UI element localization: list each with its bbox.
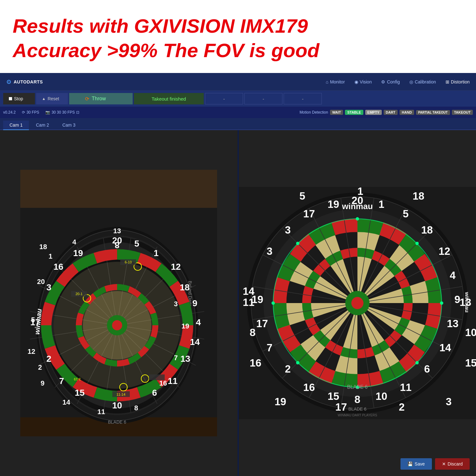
svg-text:5: 5 [299, 190, 305, 202]
eye-icon: ◉ [354, 79, 358, 84]
annotation-line2: Accuracy >99% The FOV is good [13, 38, 463, 63]
throw-button[interactable]: ⟳ Throw [69, 93, 133, 104]
svg-text:3: 3 [46, 282, 51, 292]
dash2-button[interactable]: - [244, 93, 282, 104]
takeout-label: Takeout finished [152, 96, 186, 102]
discard-button[interactable]: ✕ Discard [435, 458, 470, 470]
tab-cam3[interactable]: Cam 3 [56, 121, 82, 130]
svg-text:15: 15 [75, 388, 85, 398]
brand-text: AUTODARTS [14, 79, 43, 84]
nav-config-label: Config [387, 79, 400, 84]
nav-calibration[interactable]: ◎ Calibration [409, 79, 436, 84]
svg-text:9: 9 [192, 298, 197, 308]
svg-text:17: 17 [335, 401, 347, 413]
svg-text:15: 15 [465, 357, 476, 369]
svg-text:2: 2 [399, 401, 404, 413]
svg-text:8: 8 [249, 327, 255, 338]
svg-text:12: 12 [439, 245, 450, 257]
dash3-button[interactable]: - [284, 93, 322, 104]
dash1-label: - [223, 96, 225, 102]
reset-button[interactable]: ▲ Reset [36, 93, 68, 104]
svg-text:5: 5 [31, 316, 35, 324]
cam-tabs: Cam 1 Cam 2 Cam 3 [0, 118, 476, 130]
svg-text:17: 17 [256, 318, 268, 329]
svg-text:3: 3 [285, 224, 290, 236]
tab-cam1[interactable]: Cam 1 [3, 121, 29, 130]
save-button[interactable]: 💾 Save [400, 458, 432, 470]
svg-text:2: 2 [285, 363, 290, 375]
discard-label: Discard [448, 461, 463, 466]
cam-view-right: winmau [239, 130, 476, 476]
svg-text:1: 1 [357, 185, 363, 197]
version-item: v0.24.2 [3, 110, 16, 115]
svg-point-150 [296, 242, 299, 245]
svg-text:BLADE 6: BLADE 6 [347, 384, 368, 390]
svg-text:10: 10 [112, 400, 122, 410]
stop-button[interactable]: Stop [3, 93, 35, 104]
svg-text:6: 6 [424, 363, 430, 375]
cam-icon: 📷 [45, 110, 50, 115]
svg-text:11-14: 11-14 [116, 393, 125, 396]
svg-text:10: 10 [465, 327, 476, 338]
svg-text:19: 19 [274, 396, 286, 407]
svg-text:19: 19 [327, 198, 339, 210]
cam-view-left: winmau Behind Darts [0, 130, 239, 476]
svg-text:7: 7 [59, 376, 64, 386]
badge-partial-takeout: PARTIAL TAKEOUT [416, 110, 450, 115]
nav-config[interactable]: ⚙ Config [381, 79, 400, 84]
tab-cam2[interactable]: Cam 2 [30, 121, 55, 130]
badge-stable: STABLE [345, 110, 363, 115]
svg-text:13: 13 [181, 354, 190, 364]
nav-distortion[interactable]: ⊞ Distortion [446, 79, 470, 84]
svg-text:3: 3 [267, 245, 272, 257]
camera-views: winmau Behind Darts [0, 130, 476, 476]
svg-text:17: 17 [303, 208, 315, 220]
nav-monitor[interactable]: ⌂ Monitor [326, 79, 345, 84]
motion-label: Motion Detection [300, 110, 328, 115]
svg-text:11: 11 [168, 376, 178, 386]
svg-point-149 [296, 361, 299, 364]
svg-rect-1 [20, 170, 217, 208]
svg-point-118 [354, 300, 360, 306]
stop-label: Stop [14, 96, 23, 101]
badge-wait: WAIT [330, 110, 343, 115]
svg-text:1: 1 [49, 252, 52, 260]
takeout-button[interactable]: Takeout finished [134, 93, 204, 104]
svg-text:2: 2 [38, 363, 42, 371]
svg-text:11: 11 [243, 296, 255, 308]
status-bar: v0.24.2 ⟳ 30 FPS 📷 30 30 30 FPS ⊡ Motion… [0, 107, 476, 118]
dash1-button[interactable]: - [205, 93, 243, 104]
dartboard-right-svg: winmau [239, 170, 476, 436]
svg-text:14: 14 [63, 398, 70, 406]
svg-text:13: 13 [459, 296, 471, 308]
svg-text:8: 8 [134, 404, 138, 412]
svg-text:11: 11 [400, 381, 412, 393]
svg-text:15: 15 [327, 390, 339, 402]
cam-fps-label: 30 30 30 FPS [51, 110, 75, 115]
svg-text:18: 18 [39, 243, 47, 251]
svg-point-146 [271, 301, 274, 305]
distortion-icon: ⊞ [446, 79, 449, 84]
svg-point-37 [115, 323, 120, 328]
save-label: Save [415, 461, 425, 466]
svg-text:8: 8 [115, 240, 120, 250]
discard-icon: ✕ [442, 461, 446, 466]
save-icon: 💾 [407, 461, 413, 466]
screen-icon: ⊡ [76, 110, 79, 115]
gear-icon: ⚙ [381, 79, 385, 84]
svg-text:9: 9 [41, 379, 44, 387]
svg-text:12: 12 [28, 347, 35, 355]
nav-vision[interactable]: ◉ Vision [354, 79, 372, 84]
svg-text:7: 7 [174, 354, 178, 362]
svg-text:14: 14 [243, 285, 255, 297]
home-icon: ⌂ [326, 79, 328, 84]
dartboard-right-container: winmau [239, 130, 476, 476]
svg-text:5: 5 [403, 208, 408, 220]
svg-text:1: 1 [154, 248, 159, 258]
badge-hand: HAND [400, 110, 414, 115]
fps-label: 30 FPS [26, 110, 39, 115]
svg-text:4: 4 [450, 269, 456, 281]
badge-takeout: TAKEOUT [452, 110, 473, 115]
svg-text:3: 3 [446, 396, 451, 407]
nav-monitor-label: Monitor [330, 79, 345, 84]
